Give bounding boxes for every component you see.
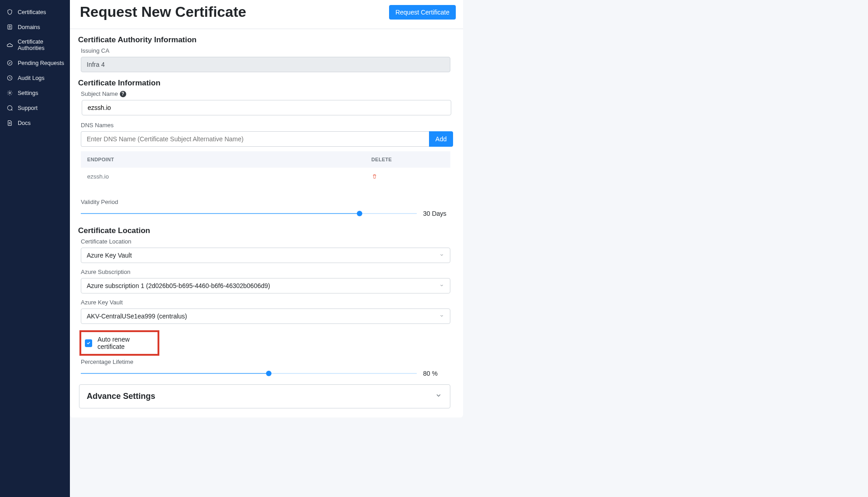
- subject-name-label: Subject Name ?: [81, 90, 453, 97]
- advance-settings-heading: Advance Settings: [87, 392, 155, 401]
- main-content: Request New Certificate Request Certific…: [70, 0, 654, 497]
- slider-fill: [81, 373, 269, 374]
- autorenew-checkbox[interactable]: [85, 339, 92, 347]
- validity-value: 30 Days: [423, 210, 450, 217]
- slider-track[interactable]: [81, 373, 417, 374]
- validity-slider[interactable]: 30 Days: [81, 210, 450, 217]
- dns-table-header: ENDPOINT DELETE: [81, 151, 450, 168]
- document-icon: [6, 119, 13, 126]
- subject-name-input[interactable]: [82, 100, 451, 115]
- advance-settings-accordion[interactable]: Advance Settings: [79, 384, 450, 408]
- col-delete: DELETE: [371, 157, 444, 162]
- subscription-select[interactable]: Azure subscription 1 (2d026b05-b695-4460…: [81, 278, 450, 293]
- chevron-down-icon: [439, 282, 444, 289]
- svg-point-1: [9, 26, 10, 27]
- sidebar-item-certificates[interactable]: Certificates: [0, 5, 70, 20]
- endpoint-cell: ezssh.io: [87, 173, 371, 181]
- sidebar-item-domains[interactable]: Domains: [0, 20, 70, 35]
- cert-info-section: Certificate Information Subject Name ? D…: [70, 72, 463, 217]
- autorenew-highlight: Auto renew certificate: [79, 330, 159, 356]
- check-icon: [86, 340, 91, 346]
- location-label: Certificate Location: [81, 238, 453, 245]
- sidebar-item-support[interactable]: Support: [0, 100, 70, 115]
- sidebar: Certificates Domains Certificate Authori…: [0, 0, 70, 497]
- pct-value: 80 %: [423, 370, 450, 377]
- chevron-down-icon: [439, 252, 444, 259]
- sidebar-item-settings[interactable]: Settings: [0, 85, 70, 100]
- add-dns-button[interactable]: Add: [429, 131, 453, 147]
- location-heading: Certificate Location: [78, 226, 453, 235]
- sidebar-item-label: Support: [18, 105, 38, 111]
- request-certificate-button[interactable]: Request Certificate: [389, 5, 456, 20]
- sidebar-item-label: Docs: [18, 120, 30, 126]
- sidebar-item-pending-requests[interactable]: Pending Requests: [0, 55, 70, 70]
- keyvault-select-value: AKV-CentralUSe1ea999 (centralus): [87, 313, 187, 320]
- keyvault-select[interactable]: AKV-CentralUSe1ea999 (centralus): [81, 308, 450, 324]
- issuing-ca-label: Issuing CA: [81, 47, 453, 54]
- slider-thumb[interactable]: [357, 211, 362, 216]
- ca-section-heading: Certificate Authority Information: [78, 35, 453, 45]
- svg-point-4: [9, 92, 11, 94]
- sidebar-item-label: Settings: [18, 90, 38, 96]
- chevron-down-icon: [439, 313, 444, 320]
- sidebar-item-docs[interactable]: Docs: [0, 115, 70, 130]
- dns-input-row: Add: [81, 131, 453, 147]
- dns-names-label: DNS Names: [81, 122, 453, 129]
- subject-name-label-text: Subject Name: [81, 90, 118, 97]
- gear-icon: [6, 89, 13, 96]
- subscription-select-value: Azure subscription 1 (2d026b05-b695-4460…: [87, 282, 270, 289]
- pct-slider[interactable]: 80 %: [81, 370, 450, 377]
- delete-endpoint-button[interactable]: [371, 173, 444, 181]
- ca-info-section: Certificate Authority Information Issuin…: [70, 29, 463, 72]
- pct-lifetime-label: Percentage Lifetime: [81, 358, 453, 365]
- sidebar-item-certificate-authorities[interactable]: Certificate Authorities: [0, 35, 70, 55]
- clock-check-icon: [6, 60, 13, 66]
- cert-location-section: Certificate Location Certificate Locatio…: [70, 220, 463, 408]
- col-endpoint: ENDPOINT: [87, 157, 371, 162]
- sidebar-item-label: Certificate Authorities: [18, 39, 65, 51]
- chat-icon: [6, 104, 13, 111]
- dns-table: ENDPOINT DELETE ezssh.io: [81, 151, 450, 190]
- sidebar-item-label: Certificates: [18, 9, 46, 15]
- shield-icon: [6, 9, 13, 15]
- table-row: ezssh.io: [81, 168, 450, 190]
- sidebar-item-label: Audit Logs: [18, 75, 44, 81]
- autorenew-label: Auto renew certificate: [98, 336, 154, 350]
- chevron-down-icon: [434, 391, 443, 402]
- slider-track[interactable]: [81, 213, 417, 214]
- cert-info-heading: Certificate Information: [78, 79, 453, 88]
- page-title: Request New Certificate: [80, 4, 246, 20]
- history-icon: [6, 75, 13, 81]
- cloud-icon: [6, 42, 13, 49]
- badge-icon: [6, 24, 13, 30]
- sidebar-item-label: Domains: [18, 24, 40, 30]
- location-select[interactable]: Azure Key Vault: [81, 248, 450, 263]
- trash-icon: [371, 173, 378, 180]
- dns-name-input[interactable]: [81, 131, 429, 147]
- sidebar-item-label: Pending Requests: [18, 60, 64, 66]
- subscription-label: Azure Subscription: [81, 268, 453, 275]
- help-icon[interactable]: ?: [120, 91, 126, 97]
- slider-thumb[interactable]: [266, 371, 271, 376]
- sidebar-item-audit-logs[interactable]: Audit Logs: [0, 70, 70, 85]
- card-header: Request New Certificate Request Certific…: [70, 0, 463, 29]
- request-certificate-card: Request New Certificate Request Certific…: [70, 0, 463, 417]
- validity-period-label: Validity Period: [81, 199, 453, 205]
- location-select-value: Azure Key Vault: [87, 252, 132, 259]
- keyvault-label: Azure Key Vault: [81, 299, 453, 306]
- slider-fill: [81, 213, 360, 214]
- issuing-ca-value: Infra 4: [81, 57, 450, 72]
